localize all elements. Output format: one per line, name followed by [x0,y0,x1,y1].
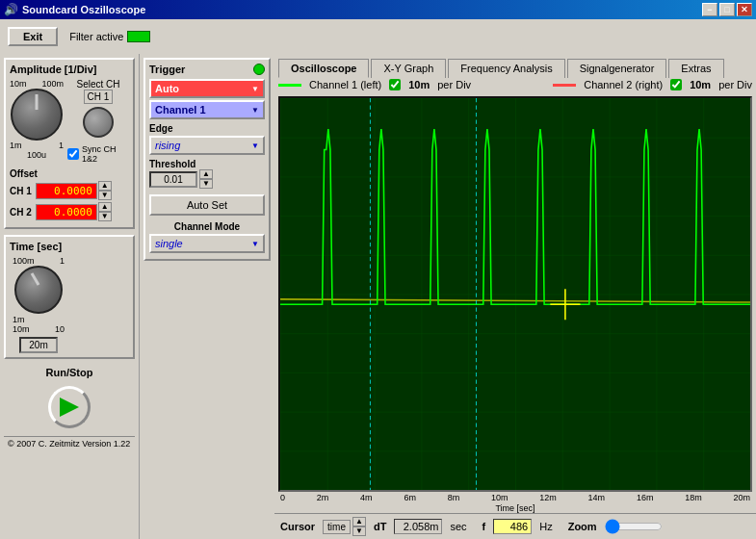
offset-section: Offset CH 1 ▲ ▼ CH 2 [10,167,129,221]
x-label-12m: 12m [539,493,557,502]
ch1-color-indicator [278,84,301,87]
ch2-offset-up[interactable]: ▲ [98,202,112,212]
trigger-header: Trigger [149,64,265,75]
x-label-6m: 6m [404,493,416,502]
scope-svg [280,98,750,490]
channel-mode-arrow: ▼ [251,240,259,248]
sync-checkbox[interactable] [67,148,79,160]
run-stop-label: Run/Stop [46,367,93,378]
ch1-per-div-value: 10m [408,79,430,90]
ch1-offset-down[interactable]: ▼ [98,191,112,200]
cursor-type-value: time [323,520,351,534]
svg-rect-2 [280,98,750,490]
ch2-offset-label: CH 2 [10,207,32,218]
channel-mode-label: Channel Mode [149,221,265,232]
minimize-button[interactable]: − [702,3,717,16]
ch2-color-indicator [553,84,576,87]
threshold-down[interactable]: ▼ [199,179,213,189]
run-stop-section: Run/Stop [4,365,135,430]
ch1-per-div-unit: per Div [437,79,471,90]
ch2-offset-down[interactable]: ▼ [98,212,112,221]
time-section: Time [sec] 100m 1 1m 10m 10 [4,235,135,359]
cursor-type-down[interactable]: ▼ [352,526,366,536]
app-title: Soundcard Oszilloscope [22,4,145,15]
ch1-offset-input[interactable] [36,183,97,199]
channel-mode-section: Channel Mode single ▼ [149,221,265,253]
threshold-label: Threshold [149,159,265,169]
ch2-per-div-unit: per Div [718,79,752,90]
amp-label-1: 1 [59,141,64,150]
autoset-button[interactable]: Auto Set [149,194,265,216]
zoom-slider[interactable] [605,519,663,534]
trigger-channel-dropdown[interactable]: Channel 1 ▼ [149,100,265,119]
trigger-channel-arrow: ▼ [251,106,259,115]
oscilloscope-display[interactable] [278,96,752,492]
time-knob[interactable] [14,266,63,314]
threshold-row: ▲ ▼ [149,169,265,189]
threshold-up[interactable]: ▲ [199,169,213,179]
ch2-offset-input[interactable] [36,204,97,220]
cursor-label: Cursor [280,521,315,532]
tab-bar: Oscilloscope X-Y Graph Frequency Analysi… [274,54,756,77]
right-panel: Oscilloscope X-Y Graph Frequency Analysi… [274,54,756,539]
tab-frequency-analysis[interactable]: Frequency Analysis [448,59,564,78]
amp-label-100u: 100u [27,150,46,160]
ch-select-knob[interactable] [83,107,114,138]
channel-bar: Channel 1 (left) 10m per Div Channel 2 (… [274,77,756,92]
ch1-checkbox[interactable] [389,79,401,90]
amp-label-100m: 100m [41,79,64,89]
trigger-mode-arrow: ▼ [251,85,259,93]
sync-label: Sync CH 1&2 [82,144,129,164]
filter-active-label: Filter active [69,31,123,42]
time-value-input[interactable] [19,337,58,353]
x-axis-unit-label: Time [sec] [278,503,752,513]
tab-extras[interactable]: Extras [668,59,723,78]
x-label-10m: 10m [491,493,508,502]
offset-label: Offset [10,168,38,179]
exit-button[interactable]: Exit [8,27,58,46]
dt-value-input[interactable] [394,519,442,534]
tab-xy-graph[interactable]: X-Y Graph [371,59,446,78]
x-label-16m: 16m [637,493,654,502]
time-label-100m: 100m [13,256,35,266]
tab-oscilloscope[interactable]: Oscilloscope [278,59,369,78]
edge-label: Edge [149,123,265,134]
close-button[interactable]: ✕ [737,3,752,16]
amplitude-knob[interactable] [11,89,63,141]
f-label: f [482,521,486,532]
amp-label-10m: 10m [10,79,27,89]
maximize-button[interactable]: □ [719,3,735,16]
time-title: Time [sec] [10,241,129,252]
app-icon: 🔊 [4,3,18,16]
amplitude-title: Amplitude [1/Div] [10,64,129,75]
cursor-type-up[interactable]: ▲ [352,517,366,526]
threshold-input[interactable] [149,171,197,188]
x-label-2m: 2m [317,493,329,502]
ch1-offset-up[interactable]: ▲ [98,181,112,191]
time-label-10: 10 [55,324,65,334]
ch1-offset-label: CH 1 [10,186,32,196]
ch2-offset-row: CH 2 ▲ ▼ [10,202,129,221]
f-value-input[interactable] [493,519,532,534]
trigger-title: Trigger [149,64,185,75]
trigger-led [253,64,265,75]
copyright: © 2007 C. Zeitmitz Version 1.22 [4,436,135,450]
filter-led [127,31,150,42]
amplitude-section: Amplitude [1/Div] 10m 100m 1m 1 100u [4,58,135,229]
channel-mode-value: single [155,238,183,249]
ch2-per-div-value: 10m [690,79,711,90]
trigger-edge-dropdown[interactable]: rising ▼ [149,136,265,155]
trigger-section: Trigger Auto ▼ Channel 1 ▼ Edge rising ▼… [143,58,271,261]
trigger-mode-dropdown[interactable]: Auto ▼ [149,79,265,98]
top-bar: Exit Filter active [0,19,756,54]
x-label-8m: 8m [448,493,460,502]
left-panel: Amplitude [1/Div] 10m 100m 1m 1 100u [0,54,140,539]
run-stop-button[interactable] [48,386,91,428]
dt-label: dT [374,521,386,532]
ch2-checkbox[interactable] [670,79,682,90]
dt-unit: sec [450,521,466,532]
trigger-edge-arrow: ▼ [251,141,259,150]
tab-signalgenerator[interactable]: Signalgenerator [567,59,667,78]
channel-mode-dropdown[interactable]: single ▼ [149,234,265,253]
title-bar: 🔊 Soundcard Oszilloscope − □ ✕ [0,0,756,19]
